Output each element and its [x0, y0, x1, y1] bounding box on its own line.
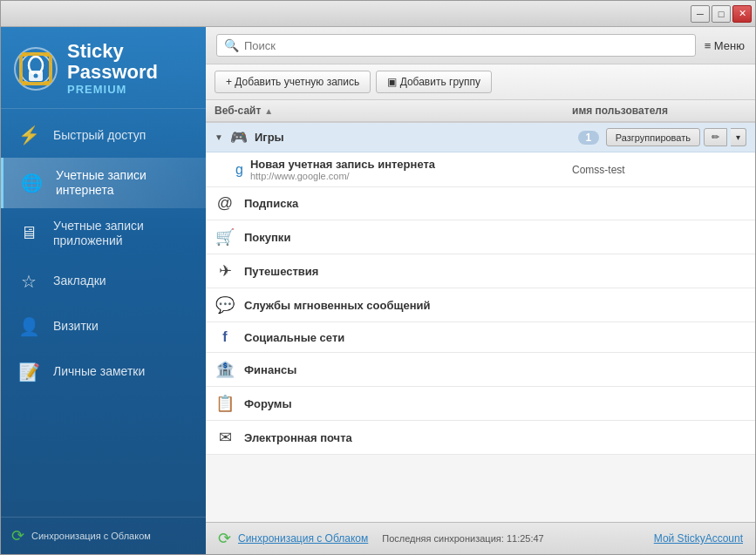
app-accounts-icon: 🖥	[17, 221, 41, 246]
toolbar: + Добавить учетную запись ▣ Добавить гру…	[206, 64, 755, 100]
sync-icon: ⟳	[11, 526, 24, 545]
svg-rect-10	[49, 55, 52, 83]
logo-premium: PREMIUM	[67, 83, 158, 96]
entry-icon: g	[235, 162, 243, 178]
content-area: 🔍 ≡ Меню + Добавить учетную запись ▣ Доб…	[206, 27, 755, 554]
social-label: Социальные сети	[244, 331, 344, 344]
finance-icon: 🏦	[215, 360, 235, 379]
forums-icon: 📋	[215, 394, 235, 413]
search-input[interactable]	[244, 39, 688, 52]
title-bar: ─ □ ✕	[1, 1, 755, 27]
col-website-header: Веб-сайт ▲	[215, 105, 572, 117]
top-bar: 🔍 ≡ Меню	[206, 27, 755, 64]
bookmarks-label: Закладки	[53, 274, 106, 288]
subscription-icon: @	[215, 194, 235, 213]
menu-button[interactable]: ≡ Меню	[705, 39, 745, 52]
group-icon: 🎮	[230, 129, 248, 146]
category-row-subscription[interactable]: @ Подписка	[206, 187, 755, 220]
sort-arrow[interactable]: ▲	[264, 106, 273, 116]
logo-area: Sticky Password PREMIUM	[1, 27, 206, 109]
bookmarks-icon: ☆	[17, 269, 41, 294]
col-username-header: имя пользователя	[572, 105, 746, 117]
app-window: ─ □ ✕	[0, 0, 756, 555]
sidebar: Sticky Password PREMIUM ⚡ Быстрый доступ…	[1, 27, 206, 554]
sidebar-item-web-accounts[interactable]: 🌐 Учетные записи интернета	[1, 158, 206, 208]
entry-info: Новая учетная запись интернета http://ww…	[250, 158, 565, 181]
category-row-finance[interactable]: 🏦 Финансы	[206, 353, 755, 387]
category-row-travel[interactable]: ✈ Путешествия	[206, 254, 755, 288]
shopping-icon: 🛒	[215, 227, 235, 247]
web-accounts-label: Учетные записи интернета	[56, 168, 190, 198]
email-label: Электронная почта	[244, 431, 352, 444]
notes-label: Личные заметки	[53, 364, 145, 379]
im-icon: 💬	[215, 295, 235, 315]
main-layout: Sticky Password PREMIUM ⚡ Быстрый доступ…	[1, 27, 755, 554]
entry-username: Comss-test	[572, 164, 746, 176]
notes-icon: 📝	[17, 360, 41, 384]
table-header: Веб-сайт ▲ имя пользователя	[206, 100, 755, 123]
table-body: ▼ 🎮 Игры 1 Разгруппировать ✏ ▾ g	[206, 123, 755, 522]
group-count: 1	[578, 131, 599, 145]
logo-icon	[13, 46, 58, 91]
travel-icon: ✈	[215, 261, 235, 281]
group-row[interactable]: ▼ 🎮 Игры 1 Разгруппировать ✏ ▾	[206, 123, 755, 152]
quick-access-label: Быстрый доступ	[53, 128, 146, 143]
web-accounts-icon: 🌐	[19, 171, 44, 195]
search-box: 🔍	[216, 34, 696, 57]
social-icon: f	[215, 329, 235, 345]
category-row-forums[interactable]: 📋 Форумы	[206, 387, 755, 421]
ungroup-button[interactable]: Разгруппировать	[606, 128, 700, 146]
sidebar-footer: ⟳ Синхронизация с Облаком	[1, 517, 206, 554]
finance-label: Финансы	[244, 363, 296, 376]
sidebar-item-app-accounts[interactable]: 🖥 Учетные записи приложений	[1, 208, 206, 259]
sidebar-item-cards[interactable]: 👤 Визитки	[1, 304, 206, 349]
sidebar-item-quick-access[interactable]: ⚡ Быстрый доступ	[1, 112, 206, 158]
logo-text: Sticky Password PREMIUM	[67, 41, 158, 96]
entry-url: http://www.google.com/	[250, 171, 565, 181]
expand-icon: ▼	[215, 132, 223, 142]
group-dropdown-button[interactable]: ▾	[731, 128, 746, 146]
group-name: Игры	[255, 131, 571, 144]
svg-point-4	[34, 73, 38, 78]
forums-label: Форумы	[244, 397, 292, 410]
close-button[interactable]: ✕	[732, 5, 752, 23]
footer-sync-link[interactable]: Синхронизация с Облаком	[238, 532, 368, 545]
add-group-button[interactable]: ▣ Добавить группу	[376, 71, 492, 93]
search-icon: 🔍	[224, 38, 239, 52]
nav-items: ⚡ Быстрый доступ 🌐 Учетные записи интерн…	[1, 109, 206, 517]
footer-last-sync: Последняя синхронизация: 11:25:47	[382, 533, 543, 544]
footer-account-link[interactable]: Мой StickyAccount	[654, 532, 743, 545]
add-account-button[interactable]: + Добавить учетную запись	[215, 71, 371, 93]
category-row-shopping[interactable]: 🛒 Покупки	[206, 220, 755, 254]
cards-label: Визитки	[53, 319, 99, 334]
entry-name: Новая учетная запись интернета	[250, 158, 565, 171]
subscription-label: Подписка	[244, 197, 298, 210]
footer-sync-icon: ⟳	[218, 529, 231, 548]
sidebar-sync-label[interactable]: Синхронизация с Облаком	[31, 531, 151, 541]
svg-rect-11	[22, 52, 50, 56]
svg-rect-9	[19, 55, 23, 83]
quick-access-icon: ⚡	[17, 123, 41, 147]
website-label: Веб-сайт	[215, 105, 261, 117]
category-row-email[interactable]: ✉ Электронная почта	[206, 421, 755, 455]
category-row-im[interactable]: 💬 Службы мгновенных сообщений	[206, 288, 755, 322]
sidebar-item-notes[interactable]: 📝 Личные заметки	[1, 349, 206, 395]
category-row-social[interactable]: f Социальные сети	[206, 322, 755, 353]
footer: ⟳ Синхронизация с Облаком Последняя синх…	[206, 522, 755, 554]
table-container: Веб-сайт ▲ имя пользователя ▼ 🎮 Игры 1 Р…	[206, 100, 755, 522]
title-bar-controls: ─ □ ✕	[691, 5, 752, 23]
shopping-label: Покупки	[244, 231, 290, 244]
app-accounts-label: Учетные записи приложений	[53, 219, 190, 248]
logo-password: Password	[67, 62, 158, 83]
sidebar-item-bookmarks[interactable]: ☆ Закладки	[1, 259, 206, 304]
edit-button[interactable]: ✏	[704, 128, 727, 146]
minimize-button[interactable]: ─	[691, 5, 710, 23]
cards-icon: 👤	[17, 315, 41, 339]
entry-row[interactable]: g Новая учетная запись интернета http://…	[206, 152, 755, 187]
footer-left: ⟳ Синхронизация с Облаком Последняя синх…	[218, 529, 544, 548]
email-icon: ✉	[215, 428, 235, 447]
im-label: Службы мгновенных сообщений	[244, 299, 431, 312]
group-actions: Разгруппировать ✏ ▾	[606, 128, 746, 146]
logo-sticky: Sticky	[67, 41, 158, 62]
maximize-button[interactable]: □	[712, 5, 731, 23]
